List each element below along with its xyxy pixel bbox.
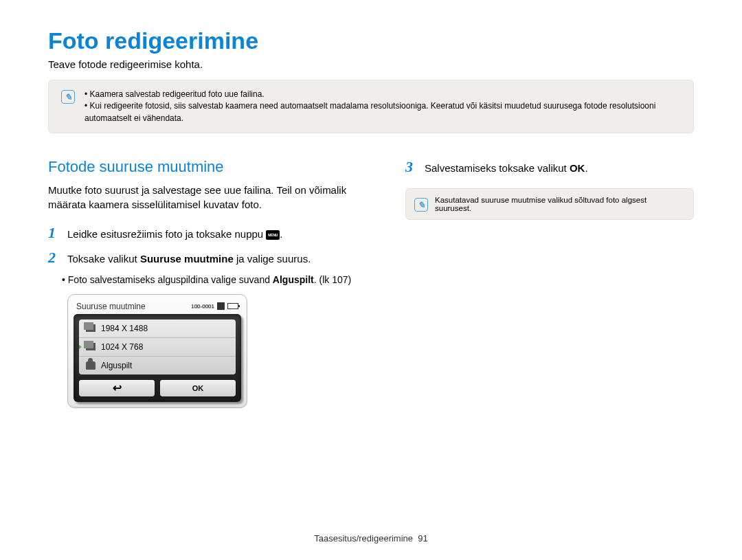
resize-option-list: 1984 X 1488 1024 X 768 Alguspilt [79,320,236,374]
bullet-pre: Foto salvestamiseks alguspildina valige … [68,274,273,285]
step1-post: . [280,228,282,240]
step1-pre: Leidke esitusrežiimis foto ja toksake nu… [67,228,266,240]
resize-option-label: Alguspilt [101,361,132,370]
right-note-box: ✎ Kasutatavad suuruse muutmise valikud s… [405,188,694,220]
step-text: Toksake valikut Suuruse muutmine ja vali… [67,251,311,266]
top-note-box: ✎ Kaamera salvestab redigeeritud foto uu… [48,80,694,133]
image-size-icon [86,343,95,350]
step-2: 2 Toksake valikut Suuruse muutmine ja va… [48,249,371,267]
resize-option[interactable]: 1024 X 768 [79,338,236,357]
footer-page-number: 91 [418,533,427,544]
image-size-icon [86,324,95,332]
step2-post: ja valige suurus. [234,253,311,265]
top-note-item: Kaamera salvestab redigeeritud foto uue … [85,89,682,100]
back-arrow-icon: ↩ [113,381,122,394]
device-body: 1984 X 1488 1024 X 768 Alguspilt [74,314,241,402]
camera-screen-mock: Suuruse muutmine 100-0001 1984 X 1488 [67,294,247,408]
top-note-item: Kui redigeerite fotosid, siis salvestab … [85,100,682,124]
menu-icon: MENU [266,230,280,240]
battery-icon [227,303,238,309]
right-note-text: Kasutatavad suuruse muutmise valikud sõl… [435,196,685,212]
ok-button[interactable]: OK [160,380,236,396]
page-subtitle: Teave fotode redigeerimise kohta. [48,58,694,70]
page-footer: Taasesitus/redigeerimine 91 [0,533,742,544]
resize-option[interactable]: 1984 X 1488 [79,320,236,338]
selection-indicator-icon [79,344,82,350]
step3-pre: Salvestamiseks toksake valikut [425,162,570,174]
ok-inline-label: OK [570,162,585,174]
step2-pre: Toksake valikut [67,253,140,265]
step-1: 1 Leidke esitusrežiimis foto ja toksake … [48,224,371,242]
step2-bold: Suuruse muutmine [140,253,234,265]
step-text: Salvestamiseks toksake valikut OK. [425,161,588,175]
bullet-bold: Alguspilt [273,274,314,285]
step3-post: . [585,162,587,174]
step-number: 3 [405,158,418,176]
startup-image-icon [86,361,95,370]
device-footer: ↩ OK [79,380,236,396]
resize-option[interactable]: Alguspilt [79,357,236,374]
note-icon: ✎ [61,90,75,104]
bullet-post: . (lk 107) [314,274,351,285]
page-title: Foto redigeerimine [48,27,694,54]
step-number: 2 [48,249,60,267]
footer-section: Taasesitus/redigeerimine [314,533,413,544]
file-number: 100-0001 [191,303,214,309]
step-number: 1 [48,224,60,242]
step-3: 3 Salvestamiseks toksake valikut OK. [405,158,694,176]
back-button[interactable]: ↩ [79,380,155,396]
device-header: Suuruse muutmine 100-0001 [74,300,241,314]
top-note-list: Kaamera salvestab redigeeritud foto uue … [85,89,682,124]
resize-option-label: 1984 X 1488 [101,324,148,333]
step2-bullet: Foto salvestamiseks alguspildina valige … [69,273,371,287]
note-icon: ✎ [414,198,428,212]
sd-card-icon [217,302,225,310]
section-heading-resize: Fotode suuruse muutmine [48,158,371,176]
step-text: Leidke esitusrežiimis foto ja toksake nu… [67,227,283,241]
resize-option-label: 1024 X 768 [101,342,143,352]
section-intro: Muutke foto suurust ja salvestage see uu… [48,183,371,212]
device-status: 100-0001 [191,302,238,310]
device-header-title: Suuruse muutmine [76,302,146,311]
